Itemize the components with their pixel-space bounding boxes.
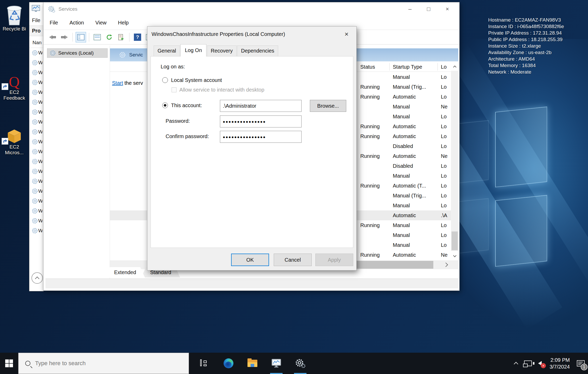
network-status-button[interactable]	[522, 353, 534, 374]
services-titlebar[interactable]: Services – □ ×	[43, 2, 459, 16]
tab-general[interactable]: General	[154, 46, 180, 56]
background-service-row: W	[29, 87, 43, 97]
action-center-button[interactable]: 1	[573, 353, 588, 374]
scrollbar-corner	[451, 260, 458, 269]
system-info-line: Total Memory : 16384	[488, 62, 564, 69]
background-service-row: W	[29, 127, 43, 137]
menu-item-help[interactable]: Help	[112, 20, 134, 26]
start-button[interactable]	[0, 353, 18, 374]
performance-monitor-icon	[31, 5, 40, 12]
maximize-button[interactable]: □	[419, 2, 438, 16]
column-separator[interactable]	[389, 63, 390, 70]
export-list-button[interactable]	[116, 32, 126, 42]
file-explorer-button[interactable]	[244, 353, 261, 374]
column-separator[interactable]	[437, 63, 438, 70]
background-service-list: WWWWWWWWWWWWWWWWWWW	[29, 48, 43, 236]
show-hidden-icons-button[interactable]	[510, 353, 522, 374]
log-on-tab-page: Log on as: Local System account Allow se…	[151, 56, 353, 248]
help-icon: ?	[134, 34, 141, 41]
panel-header-label: Servic	[129, 52, 143, 58]
open-app-indicator	[294, 373, 306, 374]
vertical-scrollbar[interactable]	[451, 62, 458, 260]
interact-desktop-checkbox[interactable]	[172, 87, 177, 92]
edge-button[interactable]	[220, 353, 237, 374]
service-startup: Automatic	[393, 92, 439, 102]
browse-button[interactable]: Browse...	[310, 100, 346, 112]
volume-button[interactable]: ×	[534, 353, 546, 374]
service-logon: Ne	[441, 102, 451, 112]
chevron-up-icon	[514, 362, 518, 366]
tab-recovery[interactable]: Recovery	[207, 46, 237, 56]
scroll-down-button[interactable]	[451, 251, 458, 260]
menu-item-file[interactable]: File	[43, 20, 64, 26]
properties-button[interactable]	[92, 32, 102, 42]
confirm-password-input[interactable]: ●●●●●●●●●●●●●●●	[220, 131, 302, 143]
search-input[interactable]	[35, 360, 170, 367]
cancel-button[interactable]: Cancel	[274, 254, 312, 266]
service-startup: Automatic (T...	[393, 181, 439, 191]
background-service-row: W	[29, 196, 43, 206]
file-explorer-icon	[247, 360, 257, 367]
wallpaper-windows-logo-pane	[495, 106, 547, 187]
service-logon: Lo	[441, 201, 451, 210]
desktop-icon-label: EC2	[0, 144, 29, 150]
search-icon	[25, 361, 30, 366]
service-status: Running	[360, 92, 390, 102]
task-view-button[interactable]	[196, 353, 213, 374]
apply-button[interactable]: Apply	[315, 254, 353, 266]
back-button[interactable]	[47, 32, 58, 42]
dialog-close-button[interactable]: ×	[338, 28, 355, 40]
desktop-icon-recycle-bin[interactable]: Recycle Bi	[0, 4, 29, 32]
service-logon: .\A	[441, 210, 451, 220]
background-column-header[interactable]: Nan	[29, 36, 43, 48]
service-logon: Lo	[441, 240, 451, 250]
desktop-icon-ec2-microsoft[interactable]: EC2 Micros...	[0, 122, 29, 156]
background-window-titlebar	[29, 2, 43, 15]
desktop-icon-ec2-feedback[interactable]: Q EC2 Feedback	[0, 67, 29, 101]
recycle-bin-icon	[0, 4, 29, 26]
clock[interactable]: 2:09 PM 3/7/2024	[550, 357, 570, 370]
account-input[interactable]: .\Administrator	[220, 100, 302, 112]
this-account-radio[interactable]	[162, 102, 168, 108]
tree-item-services-local[interactable]: Services (Local)	[47, 48, 108, 58]
scroll-right-button[interactable]	[441, 260, 451, 269]
scroll-up-button[interactable]	[451, 62, 458, 71]
scrollbar-thumb[interactable]	[452, 231, 458, 250]
console-tree-pane: Services (Local)	[45, 46, 110, 279]
network-icon	[524, 360, 532, 366]
background-service-row: W	[29, 68, 43, 78]
service-logon: Lo	[441, 230, 451, 240]
password-input[interactable]: ●●●●●●●●●●●●●●●	[220, 115, 302, 127]
dialog-titlebar[interactable]: WindowsChaosInfrastructure Properties (L…	[147, 27, 356, 42]
background-service-row: W	[29, 58, 43, 68]
local-system-radio[interactable]	[162, 77, 168, 83]
refresh-button[interactable]	[104, 32, 114, 42]
tab-dependencies[interactable]: Dependencies	[237, 46, 278, 56]
column-header-startup-type[interactable]: Startup Type	[393, 62, 439, 72]
close-button[interactable]: ×	[438, 2, 457, 16]
tab-log-on[interactable]: Log On	[180, 44, 206, 56]
taskbar-search[interactable]	[18, 353, 189, 374]
background-menu-file[interactable]: File	[29, 15, 43, 25]
forward-button[interactable]	[59, 32, 70, 42]
services-taskbar-button[interactable]	[292, 353, 309, 374]
shortcut-arrow-icon	[2, 83, 8, 90]
service-startup: Disabled	[393, 161, 439, 171]
service-status: Running	[360, 82, 390, 92]
system-info-line: Network : Moderate	[488, 69, 564, 75]
background-service-row: W	[29, 117, 43, 127]
view-tab-extended[interactable]: Extended	[105, 267, 145, 278]
service-logon: Lo	[441, 131, 451, 141]
show-console-tree-button[interactable]	[76, 32, 86, 42]
performance-monitor-button[interactable]	[268, 353, 285, 374]
ok-button[interactable]: OK	[231, 254, 269, 266]
background-service-row: W	[29, 97, 43, 107]
menu-item-view[interactable]: View	[90, 20, 112, 26]
background-service-row: W	[29, 78, 43, 87]
collapse-button[interactable]	[31, 272, 43, 284]
help-button[interactable]: ?	[132, 32, 143, 42]
service-startup: Manual (Trig...	[393, 82, 439, 92]
minimize-button[interactable]: –	[401, 2, 419, 16]
column-header-status[interactable]: Status	[360, 62, 390, 72]
menu-item-action[interactable]: Action	[64, 20, 90, 26]
